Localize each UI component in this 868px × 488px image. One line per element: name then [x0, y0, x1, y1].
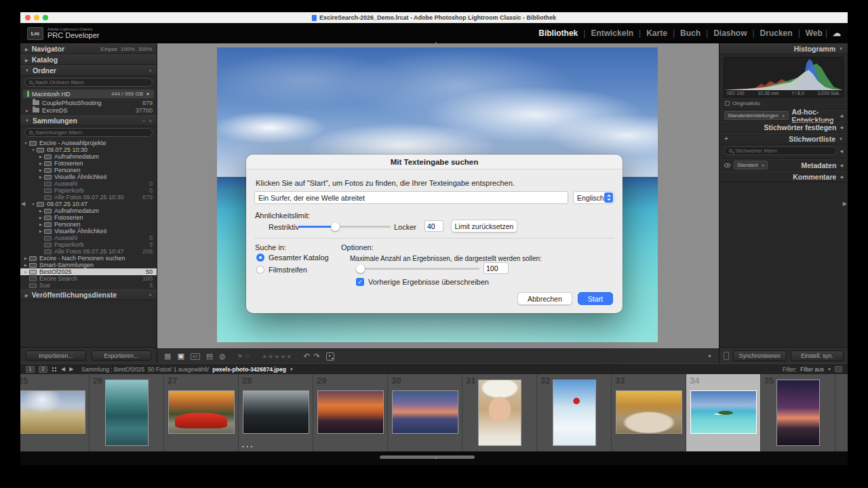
expand-arrow-icon[interactable]: ▶ — [38, 161, 43, 165]
star-icon[interactable]: ★ — [262, 353, 267, 360]
photo-thumbnail[interactable] — [317, 390, 384, 434]
zoom-button[interactable] — [43, 15, 48, 20]
photo-thumbnail[interactable] — [105, 380, 149, 446]
filmstrip-cell[interactable]: 26 — [90, 374, 164, 451]
metadata-preset-select[interactable]: Standard ▼ — [734, 161, 768, 169]
expand-arrow-icon[interactable]: ▶ — [23, 256, 28, 260]
loupe-view-icon[interactable]: ▣ — [177, 352, 184, 361]
collection-row[interactable]: Alle Fotos 09.07.25 10:47208 — [20, 248, 157, 255]
horizontal-scrollbar[interactable] — [380, 455, 475, 459]
left-panel-reveal-arrow[interactable]: ◀ — [21, 201, 25, 207]
expand-arrow-icon[interactable]: ▶ — [38, 216, 43, 220]
expand-arrow-icon[interactable]: ▶ — [38, 209, 43, 213]
filmstrip-cell[interactable]: 35 — [761, 374, 835, 451]
cloud-sync-icon[interactable]: ☁ — [833, 28, 841, 38]
radio-gesamter-katalog[interactable]: Gesamter Katalog — [256, 253, 329, 262]
expand-arrow-icon[interactable]: ▶ — [38, 168, 43, 172]
max-results-slider[interactable] — [357, 268, 479, 270]
filmstrip-cell[interactable]: 33 — [612, 374, 686, 451]
photo-thumbnail[interactable] — [478, 380, 521, 446]
collection-row[interactable]: ▶Aufnahmedatum — [20, 153, 157, 160]
collection-row[interactable]: ▶Fotoserien — [20, 160, 157, 167]
start-button[interactable]: Start — [578, 292, 613, 305]
filter-lock-icon[interactable] — [835, 366, 842, 372]
similarity-slider-knob[interactable] — [331, 222, 340, 231]
comments-header[interactable]: Kommentare ◀ — [719, 171, 848, 182]
expand-arrow-icon[interactable]: ▶ — [38, 175, 43, 179]
star-icon[interactable]: ★ — [286, 353, 292, 360]
collection-row[interactable]: Sue3 — [20, 282, 157, 289]
collection-row[interactable]: ▶BestOf202550 — [20, 268, 157, 275]
module-tab[interactable]: Entwickeln — [591, 28, 633, 38]
module-tab[interactable]: Diashow — [713, 28, 747, 38]
sammlungen-header[interactable]: ▼ Sammlungen − + — [20, 115, 157, 126]
collection-row[interactable]: ▶Personen — [20, 167, 157, 174]
photo-thumbnail[interactable] — [243, 390, 309, 434]
remove-collection-icon[interactable]: − — [142, 118, 146, 124]
photo-thumbnail[interactable] — [690, 390, 757, 434]
similarity-slider[interactable] — [298, 226, 391, 228]
forward-arrow-icon[interactable]: ▶ — [69, 366, 73, 372]
star-rating[interactable]: ★★★★★ — [262, 353, 292, 360]
back-arrow-icon[interactable]: ◀ — [61, 366, 65, 372]
add-keyword-icon[interactable]: + — [724, 135, 728, 142]
folder-filter-input[interactable]: Nach Ordnern filtern — [24, 78, 153, 87]
add-folder-icon[interactable]: + — [149, 68, 152, 74]
collection-filter-input[interactable]: Sammlungen filtern — [24, 128, 153, 137]
add-service-icon[interactable]: + — [149, 292, 152, 298]
toolbar-options-icon[interactable]: ▼ — [707, 354, 712, 359]
similarity-value-input[interactable] — [425, 220, 443, 232]
metadata-header[interactable]: Standard ▼ Metadaten ◀ — [719, 159, 848, 171]
keyword-filter-input[interactable]: Stichwörter filtern — [724, 146, 837, 155]
monitor-2-button[interactable]: 2 — [39, 366, 47, 373]
radio-filmstreifen[interactable]: Filmstreifen — [256, 266, 307, 274]
expand-arrow-icon[interactable]: ▼ — [31, 202, 36, 206]
close-button[interactable] — [25, 15, 31, 20]
reset-limit-button[interactable]: Limit zurücksetzen — [451, 220, 517, 232]
ordner-header[interactable]: ▼ Ordner + — [20, 65, 157, 76]
collection-row[interactable]: ▶Visuelle Ähnlichkeit — [20, 174, 157, 180]
compare-view-icon[interactable]: X|Y — [191, 353, 200, 360]
query-input[interactable] — [254, 191, 568, 204]
language-select[interactable]: Englisch — [573, 191, 614, 204]
photo-thumbnail[interactable] — [392, 390, 458, 434]
star-icon[interactable]: ★ — [280, 353, 285, 360]
grid-icon[interactable] — [52, 367, 57, 372]
bottom-panel-reveal-arrow[interactable]: ▼ — [434, 456, 438, 460]
collection-row[interactable]: ▶Visuelle Ähnlichkeit — [20, 228, 157, 235]
volume-row[interactable]: Macintosh HD 444 / 995 GB ▼ — [23, 89, 154, 98]
max-results-input[interactable] — [484, 262, 509, 274]
photo-thumbnail[interactable] — [776, 380, 820, 446]
sync-toggle-icon[interactable] — [724, 352, 729, 360]
filmstrip-cell[interactable]: 25 — [20, 374, 90, 451]
histogram-header[interactable]: Histogramm ▼ — [719, 43, 848, 54]
collection-row[interactable]: ▼09.07.25 10:30 — [20, 146, 157, 153]
filmstrip-cell[interactable]: 30 — [388, 374, 462, 451]
rotate-right-icon[interactable]: ↷ — [314, 352, 320, 361]
photo-thumbnail[interactable] — [20, 390, 85, 434]
collection-row[interactable]: ▶Fotoserien — [20, 214, 157, 221]
histogram-panel[interactable]: ISO 100 10.26 mm f / 8,0 1/200 Sek. — [724, 57, 844, 98]
module-tab[interactable]: Drucken — [760, 28, 793, 38]
filmstrip-cell[interactable]: 29 — [313, 374, 388, 451]
flag-pick-icon[interactable]: ⚑ — [237, 353, 243, 360]
collection-row[interactable]: Papierkorb0 — [20, 187, 157, 194]
katalog-header[interactable]: ▶ Katalog — [20, 54, 157, 65]
collection-row[interactable]: ▶Excire - Nach Personen suchen — [20, 255, 157, 262]
max-results-slider-knob[interactable] — [356, 264, 365, 273]
filmstrip-cell[interactable]: 34 — [686, 374, 761, 451]
collection-row[interactable]: Excire Search100 — [20, 275, 157, 282]
sync-button[interactable]: Synchronisieren — [733, 350, 787, 361]
filmstrip-cell[interactable]: 31 — [462, 374, 537, 451]
star-icon[interactable]: ★ — [274, 353, 279, 360]
navigator-header[interactable]: ▶ Navigator Einpas 100% 300% — [20, 43, 157, 54]
rotate-left-icon[interactable]: ↶ — [303, 352, 309, 361]
folder-row[interactable]: CouplePhotoShooting 879 — [20, 99, 157, 106]
quick-develop-preset-select[interactable]: Standardeinstellungen ▼ — [724, 111, 789, 120]
export-button[interactable]: Exportieren... — [92, 350, 152, 361]
star-icon[interactable]: ★ — [268, 353, 273, 360]
collection-row[interactable]: ▼09.07.25 10:47 — [20, 201, 157, 207]
keyword-list-header[interactable]: + Stichwortliste ▼ — [719, 133, 848, 144]
collection-row[interactable]: ▶Aufnahmedatum — [20, 207, 157, 214]
expand-arrow-icon[interactable]: ▶ — [38, 229, 43, 233]
